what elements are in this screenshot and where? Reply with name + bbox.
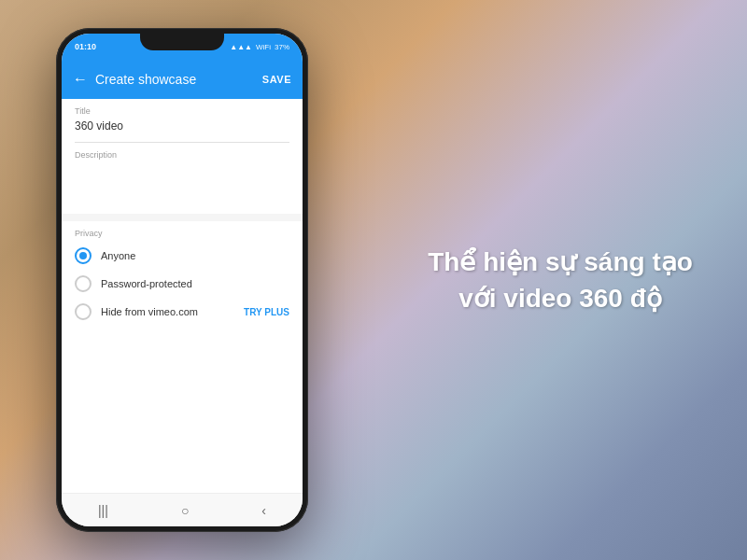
- promo-line1: Thể hiện sự sáng tạo: [428, 247, 693, 276]
- privacy-section: Privacy Anyone Password-protected Hide f…: [62, 221, 303, 339]
- back-button[interactable]: ←: [73, 71, 88, 88]
- form-content: Title 360 video Description Privacy Anyo…: [62, 99, 303, 493]
- radio-hide-label: Hide from vimeo.com: [101, 306, 198, 317]
- promo-text: Thể hiện sự sáng tạo với video 360 độ: [420, 244, 700, 316]
- header-left: ← Create showcase: [73, 71, 196, 88]
- wifi-icon: WiFi: [256, 43, 271, 51]
- recents-button[interactable]: |||: [98, 503, 108, 518]
- back-nav-button[interactable]: ‹: [261, 503, 266, 518]
- privacy-option-password[interactable]: Password-protected: [75, 275, 289, 292]
- try-plus-badge[interactable]: TRY PLUS: [244, 307, 289, 317]
- radio-password-label: Password-protected: [101, 278, 192, 289]
- description-label: Description: [75, 150, 289, 160]
- radio-hide[interactable]: [75, 303, 92, 320]
- status-time: 01:10: [75, 42, 96, 51]
- status-bar: 01:10 ▲▲▲ WiFi 37%: [62, 34, 303, 60]
- radio-anyone[interactable]: [75, 247, 92, 264]
- radio-password[interactable]: [75, 275, 92, 292]
- phone-shell: 01:10 ▲▲▲ WiFi 37% ← Create showcase SAV…: [56, 28, 308, 532]
- section-divider: [62, 214, 303, 221]
- status-icons: ▲▲▲ WiFi 37%: [230, 43, 289, 51]
- home-button[interactable]: ○: [181, 503, 189, 518]
- notch: [140, 34, 224, 50]
- bottom-nav: ||| ○ ‹: [62, 493, 303, 526]
- save-button[interactable]: SAVE: [262, 74, 291, 85]
- radio-anyone-label: Anyone: [101, 250, 135, 261]
- title-label: Title: [75, 106, 289, 116]
- title-section: Title 360 video: [62, 99, 303, 142]
- battery-icon: 37%: [275, 43, 289, 51]
- header-title: Create showcase: [95, 72, 196, 87]
- title-value[interactable]: 360 video: [75, 119, 289, 138]
- promo-line2: với video 360 độ: [458, 284, 662, 313]
- description-input[interactable]: [75, 163, 289, 210]
- description-section: Description: [62, 143, 303, 214]
- privacy-option-hide[interactable]: Hide from vimeo.com TRY PLUS: [75, 303, 289, 320]
- phone-screen: 01:10 ▲▲▲ WiFi 37% ← Create showcase SAV…: [62, 34, 303, 526]
- privacy-option-anyone[interactable]: Anyone: [75, 247, 289, 264]
- privacy-label: Privacy: [75, 229, 289, 238]
- app-header: ← Create showcase SAVE: [62, 60, 303, 99]
- signal-icon: ▲▲▲: [230, 43, 252, 51]
